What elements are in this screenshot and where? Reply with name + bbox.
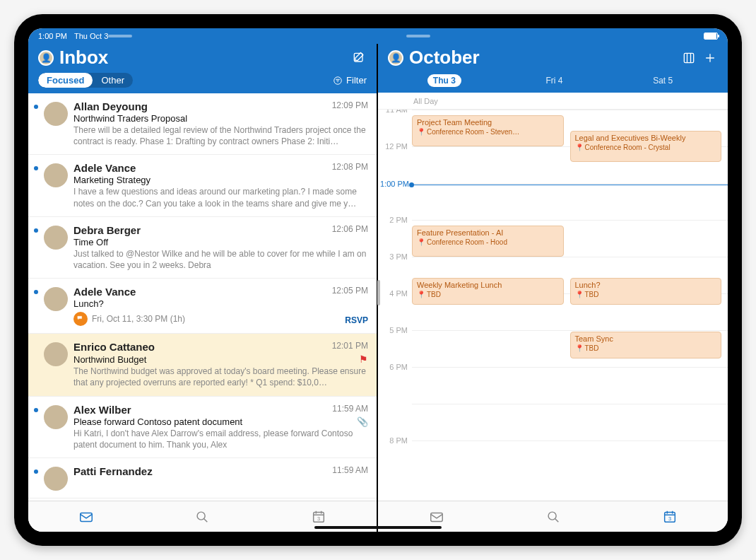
flag-icon: ⚑ bbox=[359, 354, 368, 365]
status-time: 1:00 PM bbox=[38, 32, 67, 40]
ipad-frame: 1:00 PM Thu Oct 3 👤 Inbox Focused Ot bbox=[14, 14, 742, 546]
current-time-label: 1:00 PM bbox=[378, 180, 409, 188]
sender-avatar bbox=[44, 467, 68, 491]
calendar-event[interactable]: Weekly Marketing Lunch📍TBD bbox=[412, 278, 564, 305]
calendar-header: 👤 October Thu 3Fri 4Sat 5 bbox=[378, 44, 728, 93]
sender-avatar bbox=[44, 226, 68, 250]
tab-search-icon-right[interactable] bbox=[544, 508, 562, 526]
location-pin-icon: 📍 bbox=[575, 144, 584, 151]
email-time: 11:59 AM bbox=[332, 465, 368, 477]
split-divider[interactable] bbox=[377, 280, 380, 305]
calendar-event[interactable]: Team Sync📍TBD bbox=[570, 332, 722, 358]
meeting-time: Fri, Oct 11, 3:30 PM (1h) bbox=[92, 314, 185, 324]
tab-mail-icon-right[interactable] bbox=[427, 508, 446, 526]
event-location: 📍TBD bbox=[575, 291, 717, 298]
event-title: Team Sync bbox=[575, 334, 717, 344]
event-title: Legal and Executives Bi-Weekly bbox=[575, 134, 717, 143]
unread-indicator bbox=[34, 166, 38, 170]
email-row[interactable]: Adele Vance12:05 PMLunch?Fri, Oct 11, 3:… bbox=[28, 279, 377, 334]
hour-label: 4 PM bbox=[378, 289, 408, 298]
calendar-event[interactable]: Lunch?📍TBD bbox=[570, 278, 722, 305]
unread-indicator bbox=[34, 341, 38, 388]
email-preview: I have a few questions and ideas around … bbox=[73, 186, 368, 209]
day-tab[interactable]: Thu 3 bbox=[427, 74, 461, 87]
tab-mail-icon[interactable] bbox=[77, 508, 95, 526]
hour-label: 8 PM bbox=[378, 436, 408, 445]
hour-label: 6 PM bbox=[378, 363, 408, 371]
email-time: 12:01 PM bbox=[332, 341, 368, 353]
sender-avatar bbox=[44, 102, 68, 126]
account-avatar[interactable]: 👤 bbox=[38, 50, 54, 66]
battery-icon bbox=[704, 33, 718, 40]
day-selector[interactable]: Thu 3Fri 4Sat 5 bbox=[388, 74, 718, 87]
focused-other-toggle[interactable]: Focused Other bbox=[38, 73, 133, 88]
compose-button[interactable] bbox=[351, 50, 367, 66]
mail-list[interactable]: Allan Deyoung12:09 PMNorthwind Traders P… bbox=[28, 93, 377, 501]
calendar-pane: 👤 October Thu 3Fri 4Sat 5 All Day 11 AM1… bbox=[378, 44, 728, 532]
calendar-event[interactable]: Legal and Executives Bi-Weekly📍Conferenc… bbox=[570, 131, 722, 162]
event-location: 📍Conference Room - Crystal bbox=[575, 144, 717, 151]
tab-focused[interactable]: Focused bbox=[38, 73, 93, 88]
account-avatar-cal[interactable]: 👤 bbox=[388, 50, 403, 66]
home-indicator[interactable] bbox=[314, 526, 442, 529]
email-preview: There will be a detailed legal review of… bbox=[73, 124, 368, 147]
multitask-handle-left[interactable] bbox=[108, 35, 132, 37]
email-row[interactable]: Alex Wilber11:59 AMPlease forward Contos… bbox=[28, 397, 377, 458]
email-row[interactable]: Allan Deyoung12:09 PMNorthwind Traders P… bbox=[28, 93, 377, 155]
svg-text:3: 3 bbox=[317, 515, 320, 521]
tab-search-icon[interactable] bbox=[193, 508, 211, 526]
email-row[interactable]: Enrico Cattaneo12:01 PMNorthwind Budget⚑… bbox=[28, 334, 377, 396]
day-tab[interactable]: Fri 4 bbox=[540, 74, 568, 87]
rsvp-button[interactable]: RSVP bbox=[345, 315, 368, 325]
sender-name: Enrico Cattaneo bbox=[73, 341, 155, 353]
unread-indicator bbox=[34, 105, 38, 109]
email-preview: Hi Katri, I don't have Alex Darrow's ema… bbox=[73, 428, 368, 450]
email-row[interactable]: Adele Vance12:08 PMMarketing StrategyI h… bbox=[28, 155, 377, 216]
sender-name: Patti Fernandez bbox=[73, 465, 153, 477]
status-bar: 1:00 PM Thu Oct 3 bbox=[28, 28, 728, 44]
email-subject: Please forward Contoso patent document📎 bbox=[73, 416, 368, 427]
tab-other[interactable]: Other bbox=[93, 73, 133, 88]
event-title: Project Team Meeting bbox=[417, 118, 559, 127]
calendar-grid[interactable]: 11 AM12 PM2 PM3 PM4 PM5 PM6 PM8 PM Proje… bbox=[378, 110, 728, 501]
add-event-button[interactable] bbox=[702, 50, 718, 66]
filter-button[interactable]: Filter bbox=[333, 75, 367, 86]
location-pin-icon: 📍 bbox=[575, 291, 584, 298]
email-time: 12:08 PM bbox=[332, 162, 368, 174]
hour-label: 3 PM bbox=[378, 252, 408, 261]
unread-indicator bbox=[34, 469, 38, 474]
email-row[interactable]: Patti Fernandez11:59 AM bbox=[28, 458, 377, 498]
event-location: 📍Conference Room - Steven… bbox=[417, 128, 559, 136]
email-subject: Lunch? bbox=[73, 298, 368, 309]
hour-label: 2 PM bbox=[378, 216, 408, 224]
status-date: Thu Oct 3 bbox=[74, 32, 108, 40]
email-subject: Marketing Strategy bbox=[73, 175, 368, 185]
view-button[interactable] bbox=[681, 50, 697, 66]
mail-title: Inbox bbox=[59, 47, 345, 69]
email-row[interactable]: Debra Berger12:06 PMTime OffJust talked … bbox=[28, 217, 377, 279]
hour-label: 5 PM bbox=[378, 326, 408, 334]
location-pin-icon: 📍 bbox=[575, 344, 584, 352]
location-pin-icon: 📍 bbox=[417, 238, 425, 246]
unread-indicator bbox=[34, 408, 38, 412]
email-preview: Just talked to @Nestor Wilke and he will… bbox=[73, 248, 368, 271]
email-time: 11:59 AM bbox=[332, 404, 368, 416]
sender-avatar bbox=[44, 342, 68, 366]
svg-rect-2 bbox=[81, 513, 93, 521]
day-tab[interactable]: Sat 5 bbox=[647, 74, 678, 87]
location-pin-icon: 📍 bbox=[417, 128, 425, 136]
event-title: Feature Presentation - AI bbox=[417, 228, 559, 238]
event-title: Weekly Marketing Lunch bbox=[417, 281, 559, 290]
email-preview: The Northwind budget was approved at tod… bbox=[73, 366, 368, 388]
sender-name: Adele Vance bbox=[73, 162, 136, 174]
calendar-title: October bbox=[409, 47, 675, 69]
tab-calendar-icon-right[interactable]: 3 bbox=[661, 508, 679, 526]
multitask-handle-right[interactable] bbox=[406, 35, 430, 37]
event-location: 📍TBD bbox=[417, 291, 559, 298]
calendar-event[interactable]: Project Team Meeting📍Conference Room - S… bbox=[412, 115, 564, 146]
attachment-icon: 📎 bbox=[357, 416, 368, 427]
calendar-event[interactable]: Feature Presentation - AI📍Conference Roo… bbox=[412, 226, 564, 257]
email-time: 12:05 PM bbox=[332, 286, 368, 298]
tab-calendar-icon[interactable]: 3 bbox=[309, 508, 328, 526]
email-subject: Northwind Budget⚑ bbox=[73, 354, 368, 365]
